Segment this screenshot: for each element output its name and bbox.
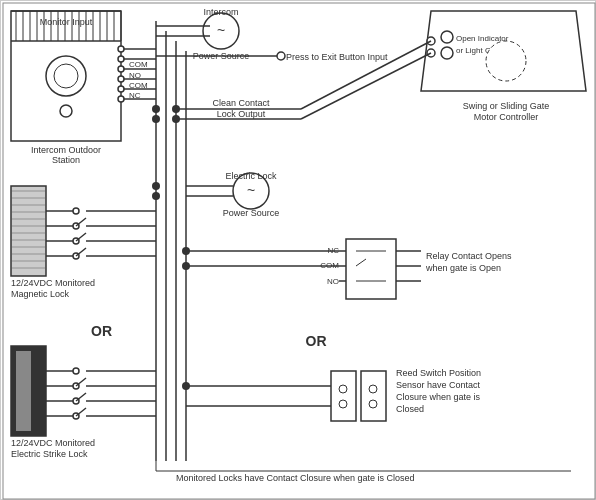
svg-rect-84 [11, 186, 46, 276]
svg-point-30 [118, 76, 124, 82]
open-indicator-label1: Open Indicator [456, 34, 509, 43]
svg-point-49 [172, 115, 180, 123]
reed-switch-label2: Sensor have Contact [396, 380, 481, 390]
svg-point-39 [277, 52, 285, 60]
svg-point-78 [339, 400, 347, 408]
relay-contact-label2: when gate is Open [425, 263, 501, 273]
electric-strike-label2: Electric Strike Lock [11, 449, 88, 459]
or-label2: OR [91, 323, 112, 339]
svg-rect-113 [16, 351, 31, 431]
svg-point-24 [118, 46, 124, 52]
reed-switch-label1: Reed Switch Position [396, 368, 481, 378]
svg-point-28 [118, 66, 124, 72]
intercom-power-label1: Intercom [203, 7, 238, 17]
svg-point-21 [54, 64, 78, 88]
svg-point-79 [369, 385, 377, 393]
reed-switch-label3: Closure when gate is [396, 392, 481, 402]
relay-contact-label1: Relay Contact Opens [426, 251, 512, 261]
svg-point-132 [152, 115, 160, 123]
svg-point-34 [118, 96, 124, 102]
intercom-outdoor-label2: Station [52, 155, 80, 165]
swing-gate-label1: Swing or Sliding Gate [463, 101, 550, 111]
svg-point-56 [486, 41, 526, 81]
svg-rect-75 [331, 371, 356, 421]
press-to-exit-label: Press to Exit Button Input [286, 52, 388, 62]
intercom-power-symbol: ~ [217, 22, 225, 38]
electric-strike-label1: 12/24VDC Monitored [11, 438, 95, 448]
clean-contact-label1: Clean Contact [212, 98, 270, 108]
svg-rect-76 [361, 371, 386, 421]
svg-point-82 [182, 382, 190, 390]
svg-point-98 [73, 208, 79, 214]
svg-point-74 [182, 262, 190, 270]
clean-contact-label2: Lock Output [217, 109, 266, 119]
monitored-locks-label: Monitored Locks have Contact Closure whe… [176, 473, 415, 483]
svg-point-134 [152, 192, 160, 200]
swing-gate-label2: Motor Controller [474, 112, 539, 122]
svg-point-115 [73, 368, 79, 374]
electric-lock-power-symbol: ~ [247, 182, 255, 198]
svg-point-80 [369, 400, 377, 408]
svg-rect-61 [346, 239, 396, 299]
svg-point-32 [118, 86, 124, 92]
svg-rect-54 [441, 31, 453, 43]
svg-point-72 [182, 247, 190, 255]
magnetic-lock-label2: Magnetic Lock [11, 289, 70, 299]
svg-point-133 [152, 182, 160, 190]
intercom-outdoor-label: Intercom Outdoor [31, 145, 101, 155]
svg-point-48 [172, 105, 180, 113]
svg-point-131 [152, 105, 160, 113]
or-label1: OR [306, 333, 327, 349]
magnetic-lock-label1: 12/24VDC Monitored [11, 278, 95, 288]
wiring-diagram: Monitor Input COM NO COM NC Intercom Out… [0, 0, 596, 500]
electric-lock-power-label2: Power Source [223, 208, 280, 218]
svg-point-77 [339, 385, 347, 393]
svg-point-26 [118, 56, 124, 62]
relay-no-label: NO [327, 277, 339, 286]
com-label: COM [129, 60, 148, 69]
svg-point-22 [60, 105, 72, 117]
monitor-input-label: Monitor Input [40, 17, 93, 27]
electric-lock-power-label1: Electric Lock [225, 171, 277, 181]
svg-rect-55 [441, 47, 453, 59]
reed-switch-label4: Closed [396, 404, 424, 414]
